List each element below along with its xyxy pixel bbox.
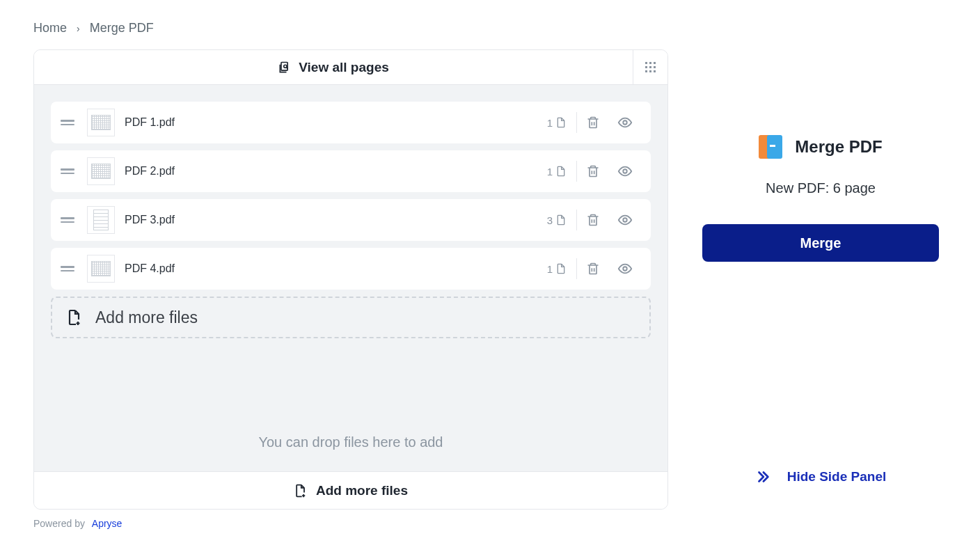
svg-point-1 (284, 65, 287, 68)
powered-by-prefix: Powered by (33, 518, 85, 529)
file-thumbnail (87, 109, 115, 136)
file-page-count: 1 (547, 112, 577, 133)
eye-icon (617, 115, 633, 130)
file-plus-icon (294, 484, 308, 498)
file-row: PDF 3.pdf 3 (51, 199, 651, 241)
svg-rect-5 (645, 66, 647, 68)
file-name: PDF 1.pdf (125, 116, 547, 129)
drag-handle-icon[interactable] (61, 120, 74, 125)
hide-side-panel-button[interactable]: Hide Side Panel (689, 469, 952, 484)
trash-icon (586, 164, 600, 178)
breadcrumb: Home › Merge PDF (33, 21, 952, 36)
svg-rect-8 (645, 70, 647, 72)
breadcrumb-home[interactable]: Home (33, 21, 67, 36)
file-row: PDF 4.pdf 1 (51, 248, 651, 290)
file-thumbnail (87, 157, 115, 185)
file-name: PDF 3.pdf (125, 214, 547, 226)
preview-file-button[interactable] (609, 115, 641, 130)
file-page-count: 1 (547, 161, 577, 182)
svg-rect-4 (654, 62, 656, 64)
chevron-right-icon: › (77, 23, 80, 34)
page-count-number: 1 (547, 263, 553, 275)
file-row: PDF 2.pdf 1 (51, 150, 651, 192)
pages-stack-icon (278, 61, 292, 74)
file-thumbnail (87, 206, 115, 234)
drag-handle-icon[interactable] (61, 217, 74, 223)
page-icon (555, 116, 567, 129)
drop-hint-text: You can drop files here to add (51, 434, 651, 455)
page-count-number: 1 (547, 117, 553, 129)
file-list: PDF 1.pdf 1 (34, 85, 667, 471)
page-icon (555, 262, 567, 275)
preview-file-button[interactable] (609, 212, 641, 228)
file-thumbnail (87, 255, 115, 283)
delete-file-button[interactable] (577, 213, 609, 227)
delete-file-button[interactable] (577, 262, 609, 276)
file-name: PDF 2.pdf (125, 165, 547, 178)
eye-icon (617, 164, 633, 179)
trash-icon (586, 213, 600, 227)
add-more-files-footer-label: Add more files (316, 483, 408, 498)
svg-rect-3 (649, 62, 651, 64)
file-plus-icon (66, 309, 83, 326)
grid-icon (645, 61, 657, 74)
hide-side-panel-label: Hide Side Panel (787, 469, 887, 484)
chevron-double-right-icon (755, 469, 770, 484)
add-more-files-inline-label: Add more files (95, 308, 198, 327)
svg-point-12 (623, 169, 627, 173)
drag-handle-icon[interactable] (61, 266, 74, 271)
file-page-count: 3 (547, 210, 577, 230)
merge-pdf-icon (759, 133, 782, 161)
add-more-files-inline[interactable]: Add more files (51, 297, 651, 338)
trash-icon (586, 116, 600, 129)
view-all-pages-button[interactable]: View all pages (34, 50, 633, 84)
preview-file-button[interactable] (609, 261, 641, 276)
trash-icon (586, 262, 600, 276)
file-name: PDF 4.pdf (125, 262, 547, 275)
powered-by: Powered by Apryse (33, 518, 952, 529)
page-count-number: 3 (547, 214, 553, 226)
powered-by-link[interactable]: Apryse (92, 518, 122, 529)
grid-view-toggle[interactable] (633, 50, 667, 84)
drag-handle-icon[interactable] (61, 168, 74, 174)
svg-rect-6 (649, 66, 651, 68)
svg-point-11 (623, 120, 627, 125)
eye-icon (617, 261, 633, 276)
breadcrumb-current: Merge PDF (90, 21, 154, 36)
page-icon (555, 165, 567, 178)
file-list-panel: View all pages PDF 1. (33, 49, 668, 510)
svg-rect-10 (654, 70, 656, 72)
file-row: PDF 1.pdf 1 (51, 102, 651, 143)
delete-file-button[interactable] (577, 116, 609, 129)
delete-file-button[interactable] (577, 164, 609, 178)
panel-header: View all pages (34, 50, 667, 85)
side-panel-title: Merge PDF (795, 137, 882, 157)
preview-file-button[interactable] (609, 164, 641, 179)
merge-button[interactable]: Merge (702, 224, 939, 262)
svg-rect-7 (654, 66, 656, 68)
view-all-pages-label: View all pages (299, 60, 389, 75)
svg-rect-9 (649, 70, 651, 72)
eye-icon (617, 212, 633, 228)
add-more-files-footer[interactable]: Add more files (34, 471, 667, 509)
side-panel-header: Merge PDF (689, 133, 952, 161)
svg-point-13 (623, 218, 627, 222)
page-count-number: 1 (547, 166, 553, 178)
svg-point-14 (623, 267, 627, 271)
file-page-count: 1 (547, 258, 577, 279)
merge-summary: New PDF: 6 page (689, 180, 952, 196)
page-icon (555, 214, 567, 226)
side-panel: Merge PDF New PDF: 6 page Merge Hide Sid… (689, 49, 952, 510)
svg-rect-2 (645, 62, 647, 64)
